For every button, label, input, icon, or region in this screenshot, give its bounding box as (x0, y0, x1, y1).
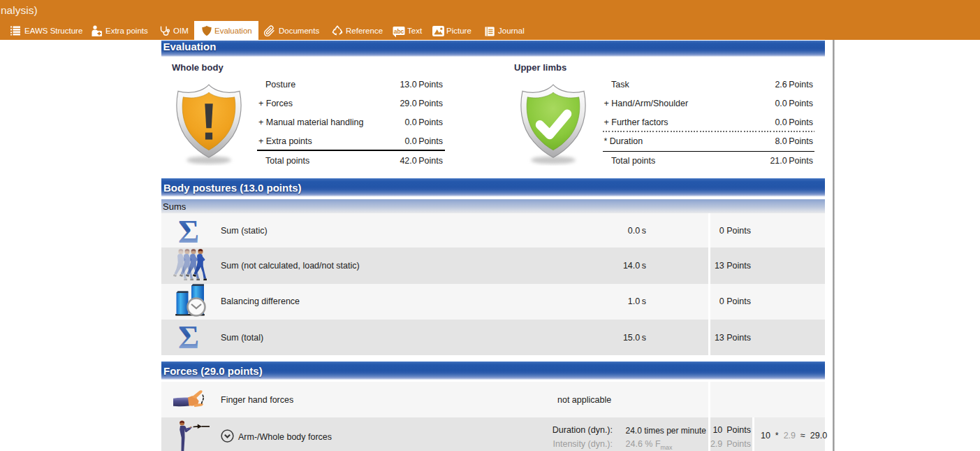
svg-text:Σ: Σ (178, 320, 199, 352)
svg-text:Σ: Σ (178, 215, 199, 246)
svg-text:abc: abc (394, 28, 404, 35)
